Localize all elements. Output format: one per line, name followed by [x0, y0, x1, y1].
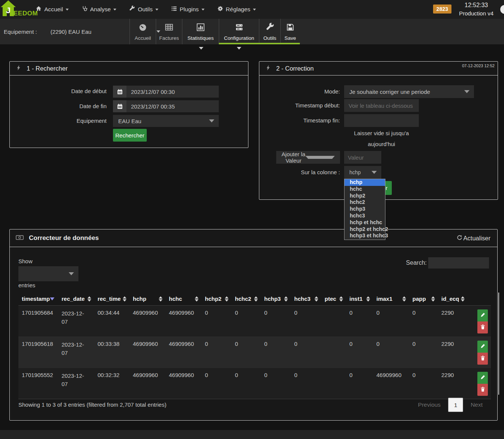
column-header-ptec[interactable]: ptec [321, 293, 346, 306]
banknote-icon [16, 234, 24, 243]
menu-label: Réglages [226, 6, 251, 13]
column-header-label: hchp [133, 296, 146, 302]
column-header-label: timestamp [22, 296, 50, 302]
timestamp-start-input[interactable] [344, 99, 419, 112]
show-label: Show [18, 258, 33, 264]
column-option[interactable]: hchp2 [345, 193, 385, 199]
column-option[interactable]: hchp [345, 179, 385, 186]
jeedom-logo[interactable]: J JEEDOM EEDOM [1, 0, 38, 19]
equipment-select-value: EAU Eau [118, 118, 141, 124]
cell-hchp3: 0 [261, 368, 291, 399]
search-input[interactable] [428, 257, 489, 269]
chevron-down-icon[interactable] [237, 47, 241, 50]
next-page-button[interactable]: Next [471, 401, 483, 408]
equipment-select[interactable]: EAU Eau [113, 115, 219, 127]
cell-hchc3: 0 [291, 306, 321, 337]
column-option[interactable]: hchp et hchc [345, 219, 385, 226]
action-select[interactable]: Ajouter la Valeur [276, 151, 340, 164]
delete-row-button[interactable] [477, 353, 488, 365]
menu-reglages[interactable]: Réglages [217, 6, 256, 13]
column-option[interactable]: hchp3 [345, 206, 385, 213]
cell-actions [468, 337, 491, 368]
search-label: Search: [385, 259, 427, 266]
cell-rec_time: 00:32:32 [94, 368, 129, 399]
column-option[interactable]: hchp3 et hchc3 [345, 232, 385, 239]
menu-analyse[interactable]: Analyse [81, 6, 116, 13]
column-header-hchc3[interactable]: hchc3 [291, 293, 321, 306]
action-select-value: Ajouter la Valeur [281, 151, 305, 164]
column-header-rec_date[interactable]: rec_date [58, 293, 94, 306]
column-header-papp[interactable]: papp [409, 293, 438, 306]
mode-select[interactable]: Je souhaite corriger une periode [344, 85, 474, 98]
sort-icon [461, 296, 465, 302]
column-option[interactable]: hchc3 [345, 213, 385, 219]
cell-hchp: 46909960 [129, 368, 165, 399]
menu-label: Outils [138, 6, 153, 13]
refresh-label: Actualiser [463, 235, 490, 242]
tab-outils[interactable]: Outils [259, 19, 280, 44]
avatar[interactable] [500, 5, 504, 14]
cell-ptec [321, 368, 346, 399]
chevron-down-icon[interactable] [199, 47, 203, 50]
cell-id_ecq: 2290 [438, 306, 468, 337]
edit-row-button[interactable] [477, 341, 488, 353]
column-header-id_ecq[interactable]: id_ecq [438, 293, 468, 306]
menu-accueil[interactable]: Accueil [36, 6, 69, 13]
table-body: 17019056842023-12-0700:34:44469099604690… [18, 306, 491, 399]
column-header-hchc[interactable]: hchc [165, 293, 202, 306]
update-count-badge[interactable]: 2823 [433, 5, 451, 14]
page-number-button[interactable]: 1 [448, 398, 463, 412]
sort-icon [254, 296, 258, 302]
delete-row-button[interactable] [477, 384, 488, 396]
tab-configuration[interactable]: Configuration [219, 19, 259, 44]
timestamp-end-input[interactable] [344, 114, 419, 127]
tab-accueil[interactable]: Accueil [129, 19, 156, 44]
column-header-inst1[interactable]: inst1 [346, 293, 373, 306]
trash-icon [480, 355, 486, 362]
column-header-hchc2[interactable]: hchc2 [232, 293, 261, 306]
delete-row-button[interactable] [477, 321, 488, 333]
calendar-icon[interactable] [113, 100, 126, 112]
column-header-timestamp[interactable]: timestamp [18, 293, 58, 306]
column-header-label: rec_date [62, 296, 85, 302]
chevron-down-icon [305, 156, 335, 159]
calendar-icon[interactable] [113, 86, 126, 98]
column-header-hchp2[interactable]: hchp2 [202, 293, 232, 306]
menu-plugins[interactable]: Plugins [171, 6, 205, 13]
cell-hchc2: 0 [232, 337, 261, 368]
pencil-icon [480, 374, 486, 381]
refresh-button[interactable]: Actualiser [457, 229, 490, 247]
column-option[interactable]: hchc [345, 186, 385, 193]
previous-page-button[interactable]: Previous [418, 401, 441, 408]
search-button[interactable]: Rechercher [113, 129, 147, 142]
column-select[interactable]: hchp [344, 166, 381, 179]
trash-icon [480, 324, 486, 331]
column-option[interactable]: hchp2 et hchc2 [345, 226, 385, 233]
chevron-down-icon [66, 9, 69, 11]
cell-ptec [321, 337, 346, 368]
page-length-select[interactable] [18, 266, 78, 281]
date-start-input[interactable] [126, 86, 219, 98]
column-header-hchp3[interactable]: hchp3 [261, 293, 291, 306]
value-input[interactable] [344, 151, 381, 164]
edit-row-button[interactable] [477, 372, 488, 384]
cell-rec_time: 00:34:44 [94, 306, 129, 337]
column-header-hchp[interactable]: hchp [129, 293, 165, 306]
cell-hchp3: 0 [261, 337, 291, 368]
tab-statistiques[interactable]: Statistiques [182, 19, 219, 44]
column-option[interactable]: hchc2 [345, 199, 385, 206]
tab-save[interactable]: Save [280, 19, 300, 44]
list-icon [171, 6, 177, 13]
date-end-input[interactable] [126, 100, 219, 112]
column-header-imax1[interactable]: imax1 [373, 293, 409, 306]
column-dropdown: hchphchchchp2hchc2hchp3hchc3hchp et hchc… [344, 179, 385, 240]
cell-hchc2: 0 [232, 368, 261, 399]
table-icon [165, 23, 173, 33]
menu-outils[interactable]: Outils [129, 6, 158, 13]
cell-actions [468, 306, 491, 337]
table-header-row: timestamprec_daterec_timehchphchchchp2hc… [18, 293, 491, 306]
timestamp-end-help: aujourd'hui [344, 141, 419, 147]
tab-factures[interactable]: Factures [156, 19, 182, 44]
column-header-rec_time[interactable]: rec_time [94, 293, 129, 306]
edit-row-button[interactable] [477, 309, 488, 321]
